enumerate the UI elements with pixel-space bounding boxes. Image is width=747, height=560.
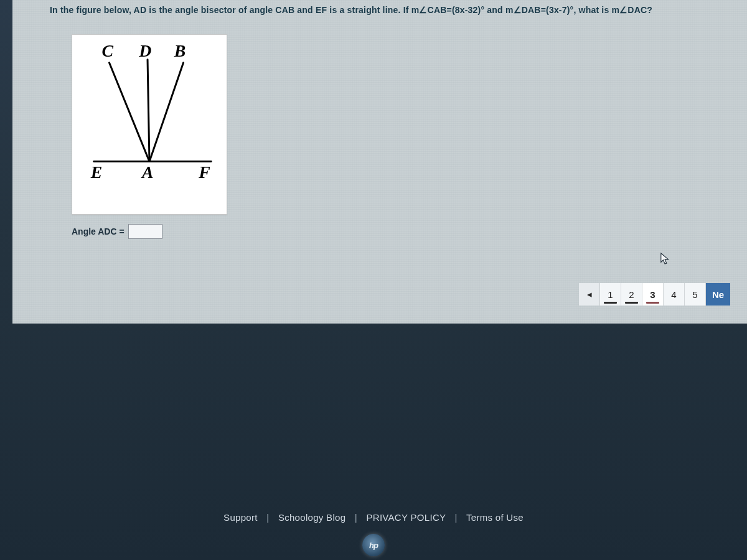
footer-separator: | bbox=[455, 512, 458, 523]
hp-logo-icon: hp bbox=[362, 534, 385, 556]
pagination-bar: ◂ 1 2 3 4 5 Ne bbox=[579, 283, 747, 306]
cursor-icon bbox=[660, 252, 671, 266]
pager-page-5[interactable]: 5 bbox=[685, 283, 706, 306]
quiz-content-panel: In the figure below, AD is the angle bis… bbox=[12, 0, 747, 324]
pager-page-label: 5 bbox=[692, 289, 697, 300]
answer-label: Angle ADC = bbox=[72, 226, 125, 236]
chevron-left-icon: ◂ bbox=[587, 289, 592, 300]
pager-next-label: Ne bbox=[712, 289, 724, 300]
pager-page-4[interactable]: 4 bbox=[664, 283, 685, 306]
pager-page-label: 2 bbox=[629, 289, 634, 300]
svg-line-2 bbox=[149, 63, 184, 162]
footer-link-support[interactable]: Support bbox=[223, 512, 258, 523]
footer-links: Support | Schoology Blog | PRIVACY POLIC… bbox=[0, 512, 747, 523]
label-F: F bbox=[198, 162, 210, 182]
pager-next-button[interactable]: Ne bbox=[706, 283, 730, 306]
answer-row: Angle ADC = bbox=[72, 224, 162, 239]
pager-page-2[interactable]: 2 bbox=[621, 283, 642, 306]
footer-separator: | bbox=[266, 512, 269, 523]
footer-link-blog[interactable]: Schoology Blog bbox=[278, 512, 345, 523]
hp-logo-text: hp bbox=[369, 541, 378, 550]
pager-page-3[interactable]: 3 bbox=[642, 283, 664, 306]
label-E: E bbox=[90, 162, 103, 182]
screen-surface: In the figure below, AD is the angle bis… bbox=[0, 0, 747, 560]
svg-line-0 bbox=[110, 63, 149, 162]
pager-page-label: 4 bbox=[671, 289, 676, 300]
svg-line-1 bbox=[148, 60, 149, 162]
label-A: A bbox=[141, 162, 154, 182]
question-prompt: In the figure below, AD is the angle bis… bbox=[50, 5, 652, 15]
pager-page-label: 1 bbox=[608, 289, 613, 300]
footer-link-terms[interactable]: Terms of Use bbox=[466, 512, 524, 523]
pager-underline bbox=[604, 302, 617, 304]
answer-input[interactable] bbox=[128, 224, 162, 239]
label-D: D bbox=[138, 41, 151, 60]
footer-link-privacy[interactable]: PRIVACY POLICY bbox=[366, 512, 446, 523]
pager-underline bbox=[646, 302, 659, 304]
label-B: B bbox=[174, 41, 186, 60]
pager-prev-button[interactable]: ◂ bbox=[579, 283, 600, 306]
pager-underline bbox=[625, 302, 638, 304]
label-C: C bbox=[102, 41, 114, 60]
geometry-figure: C D B E A F bbox=[72, 34, 227, 215]
figure-svg: C D B E A F bbox=[72, 35, 227, 214]
pager-page-label: 3 bbox=[650, 289, 655, 300]
footer-separator: | bbox=[355, 512, 357, 523]
pager-page-1[interactable]: 1 bbox=[600, 283, 621, 306]
